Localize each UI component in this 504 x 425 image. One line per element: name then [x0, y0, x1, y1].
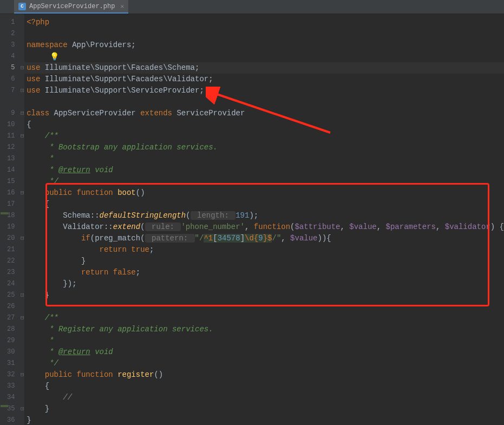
code-line[interactable]: public function boot()	[24, 187, 504, 199]
line-number[interactable]: 25	[7, 290, 21, 301]
code-line[interactable]	[24, 301, 504, 312]
line-number[interactable]: 5	[7, 62, 21, 74]
line-number[interactable]: 4	[7, 51, 21, 62]
line-number[interactable]: 12	[7, 142, 21, 153]
code-line[interactable]: }	[24, 403, 504, 415]
fold-indicator[interactable]	[20, 17, 24, 28]
fold-indicator[interactable]	[20, 278, 24, 290]
fold-indicator[interactable]	[20, 381, 24, 392]
line-number[interactable]: 16	[7, 187, 21, 199]
fold-indicator[interactable]	[20, 74, 24, 85]
code-line[interactable]	[24, 96, 504, 108]
line-number[interactable]: 1	[7, 17, 21, 28]
fold-indicator[interactable]	[20, 267, 24, 278]
line-number[interactable]: 9	[7, 108, 21, 119]
code-line-active[interactable]: use Illuminate\Support\Facades\Schema;	[24, 62, 504, 74]
fold-indicator[interactable]	[20, 392, 24, 403]
code-line[interactable]: }	[24, 256, 504, 267]
fold-indicator[interactable]	[20, 119, 24, 130]
code-line[interactable]: {	[24, 381, 504, 392]
line-number[interactable]: 2	[7, 28, 21, 40]
code-line[interactable]: {	[24, 199, 504, 210]
code-line[interactable]: /**	[24, 130, 504, 142]
code-line[interactable]: public function register()	[24, 369, 504, 381]
line-number[interactable]: 30	[7, 346, 21, 358]
line-number[interactable]: 18	[7, 210, 21, 221]
fold-indicator[interactable]: ⊟	[20, 108, 24, 119]
line-number[interactable]	[7, 96, 21, 108]
line-number[interactable]: 35	[7, 403, 21, 415]
fold-indicator[interactable]	[20, 210, 24, 221]
line-number[interactable]: 24	[7, 278, 21, 290]
code-line[interactable]: {	[24, 119, 504, 130]
fold-indicator[interactable]	[20, 335, 24, 346]
fold-indicator[interactable]: ⊟	[20, 187, 24, 199]
fold-indicator[interactable]	[20, 256, 24, 267]
line-number[interactable]: 14	[7, 165, 21, 176]
line-number[interactable]: 6	[7, 74, 21, 85]
fold-indicator[interactable]: ⊟	[20, 312, 24, 324]
line-number[interactable]: 28	[7, 324, 21, 335]
code-line[interactable]: * @return void	[24, 165, 504, 176]
fold-indicator[interactable]: ⊡	[20, 290, 24, 301]
code-line[interactable]: */	[24, 176, 504, 187]
code-line[interactable]: * Bootstrap any application services.	[24, 142, 504, 153]
fold-indicator[interactable]: ⊟	[20, 130, 24, 142]
fold-indicator[interactable]	[20, 96, 24, 108]
line-number[interactable]: 7	[7, 85, 21, 96]
line-number[interactable]: 36	[7, 415, 21, 425]
code-line[interactable]: return true;	[24, 244, 504, 256]
code-line[interactable]: */	[24, 358, 504, 369]
line-number[interactable]: 29	[7, 335, 21, 346]
line-number[interactable]: 19	[7, 221, 21, 233]
code-line[interactable]: *	[24, 153, 504, 165]
fold-indicator[interactable]	[20, 415, 24, 425]
fold-indicator[interactable]	[20, 51, 24, 62]
line-number[interactable]: 26	[7, 301, 21, 312]
fold-indicator[interactable]	[20, 346, 24, 358]
fold-indicator[interactable]	[20, 301, 24, 312]
code-line[interactable]: //	[24, 392, 504, 403]
fold-indicator[interactable]: ⊡	[20, 85, 24, 96]
fold-indicator[interactable]	[20, 199, 24, 210]
line-number[interactable]: 33	[7, 381, 21, 392]
editor[interactable]: 1 2 3 4 5 6 7 9 10 11 12 13 14 15 16 17 …	[0, 14, 504, 425]
code-line[interactable]	[24, 51, 504, 62]
code-area[interactable]: <?php namespace App\Providers; use Illum…	[24, 14, 504, 425]
code-line[interactable]	[24, 28, 504, 40]
code-line[interactable]: class AppServiceProvider extends Service…	[24, 108, 504, 119]
code-line[interactable]: namespace App\Providers;	[24, 40, 504, 51]
code-line[interactable]: }	[24, 290, 504, 301]
line-number[interactable]: 10	[7, 119, 21, 130]
fold-indicator[interactable]	[20, 153, 24, 165]
fold-indicator[interactable]	[20, 324, 24, 335]
line-number[interactable]: 20	[7, 233, 21, 244]
code-line[interactable]: *	[24, 335, 504, 346]
fold-indicator[interactable]	[20, 358, 24, 369]
lightbulb-icon[interactable]: 💡	[50, 52, 59, 61]
fold-indicator[interactable]: ⊡	[20, 403, 24, 415]
fold-indicator[interactable]	[20, 165, 24, 176]
line-number[interactable]: 3	[7, 40, 21, 51]
code-line[interactable]: }	[24, 415, 504, 425]
close-icon[interactable]: ✕	[120, 3, 124, 10]
line-number[interactable]: 22	[7, 256, 21, 267]
line-number[interactable]: 32	[7, 369, 21, 381]
line-number[interactable]: 17	[7, 199, 21, 210]
code-line[interactable]: });	[24, 278, 504, 290]
code-line[interactable]: * Register any application services.	[24, 324, 504, 335]
line-number[interactable]: 21	[7, 244, 21, 256]
file-tab[interactable]: C AppServiceProvider.php ✕	[14, 0, 128, 14]
code-line[interactable]: return false;	[24, 267, 504, 278]
line-number[interactable]: 13	[7, 153, 21, 165]
fold-indicator[interactable]	[20, 142, 24, 153]
code-line[interactable]: Validator::extend( rule: 'phone_number',…	[24, 221, 504, 233]
fold-indicator[interactable]	[20, 221, 24, 233]
line-number[interactable]: 31	[7, 358, 21, 369]
fold-indicator[interactable]	[20, 244, 24, 256]
line-number[interactable]: 27	[7, 312, 21, 324]
fold-indicator[interactable]	[20, 176, 24, 187]
line-number[interactable]: 15	[7, 176, 21, 187]
code-line[interactable]: if(preg_match( pattern: "/^1[34578]\d{9}…	[24, 233, 504, 244]
code-line[interactable]: use Illuminate\Support\ServiceProvider;	[24, 85, 504, 96]
